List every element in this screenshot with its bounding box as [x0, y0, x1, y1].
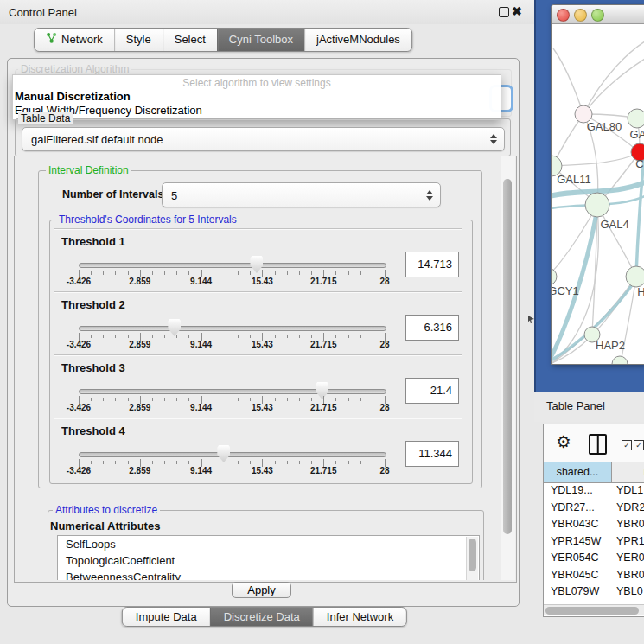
- slider-scale: -3.4262.8599.14415.4321.71528: [79, 466, 385, 477]
- slider-scale-label: 28: [379, 340, 389, 349]
- table-toolbar: ⚙ ✓ ✓: [544, 424, 644, 462]
- minimize-traffic-light-icon[interactable]: [574, 9, 587, 22]
- table-data-selected: galFiltered.sif default node: [31, 133, 163, 146]
- network-node[interactable]: [626, 266, 644, 287]
- table-row[interactable]: YBL079WYBL0: [544, 583, 644, 601]
- network-node[interactable]: [612, 356, 628, 364]
- slider-track[interactable]: [79, 326, 386, 331]
- threshold-slider[interactable]: -3.4262.8599.14415.4321.71528: [79, 258, 386, 290]
- checkbox-icon[interactable]: ✓: [634, 440, 644, 450]
- tab-network-label: Network: [61, 29, 103, 50]
- table-row[interactable]: YBR043CYBR0: [544, 516, 644, 533]
- table-row[interactable]: YBR045CYBR0: [544, 567, 644, 584]
- table-data-combobox[interactable]: galFiltered.sif default node: [22, 127, 505, 151]
- zoom-traffic-light-icon[interactable]: [591, 9, 604, 22]
- tab-discretize-data[interactable]: Discretize Data: [210, 608, 313, 626]
- tab-cyni-toolbox[interactable]: Cyni Toolbox: [217, 29, 304, 51]
- threshold-value-field[interactable]: 21.4: [405, 378, 459, 404]
- threshold-slider[interactable]: -3.4262.8599.14415.4321.71528: [79, 447, 386, 480]
- number-of-intervals-combobox[interactable]: 5: [162, 182, 441, 207]
- split-columns-icon[interactable]: [589, 434, 607, 455]
- table-cell[interactable]: YER0: [611, 550, 644, 567]
- table-row[interactable]: YER054CYER0: [544, 550, 644, 567]
- algorithm-dropdown-popup: Select algorithm to view settings Manual…: [12, 74, 501, 120]
- numerical-attributes-list[interactable]: SelfLoopsTopologicalCoefficientBetweenne…: [57, 535, 480, 580]
- tab-style[interactable]: Style: [114, 29, 163, 51]
- column-header-shared-name[interactable]: shared...: [544, 462, 612, 482]
- table-cell[interactable]: YBR045C: [544, 567, 611, 584]
- slider-track[interactable]: [79, 263, 386, 268]
- network-node[interactable]: [552, 268, 557, 285]
- tab-infer-network[interactable]: Infer Network: [313, 608, 406, 626]
- attribute-item[interactable]: BetweennessCentrality: [58, 569, 479, 580]
- threshold-panel: Threshold 1 -3.4262.8599.14415.4321.7152…: [54, 228, 462, 292]
- threshold-slider[interactable]: -3.4262.8599.14415.4321.71528: [79, 384, 386, 417]
- table-cell[interactable]: YDL19...: [544, 482, 611, 500]
- close-traffic-light-icon[interactable]: [557, 9, 570, 22]
- tab-infer-network-label: Infer Network: [327, 609, 393, 625]
- tab-impute-data[interactable]: Impute Data: [123, 608, 210, 626]
- attribute-item[interactable]: TopologicalCoefficient: [58, 552, 479, 569]
- network-canvas[interactable]: GAL80GACGAL11GAL4GCY1HHAP2: [552, 24, 644, 364]
- table-cell[interactable]: YDR27...: [544, 500, 611, 517]
- close-icon[interactable]: ✖: [512, 4, 522, 18]
- slider-scale-label: 15.43: [252, 340, 273, 349]
- threshold-value-field[interactable]: 6.316: [405, 315, 459, 341]
- threshold-value-field[interactable]: 14.713: [405, 252, 459, 277]
- network-node-label: GAL4: [600, 218, 628, 231]
- table-cell[interactable]: YER054C: [544, 550, 611, 567]
- tab-impute-data-label: Impute Data: [136, 609, 197, 625]
- network-window-titlebar[interactable]: [552, 5, 644, 24]
- slider-scale-label: 15.43: [252, 277, 273, 286]
- horizontal-scrollbar[interactable]: [544, 604, 644, 615]
- table-row[interactable]: YDL19...YDL1: [544, 482, 644, 500]
- checkbox-icon[interactable]: ✓: [622, 440, 632, 450]
- gear-icon[interactable]: ⚙: [556, 431, 571, 452]
- slider-track[interactable]: [79, 452, 386, 457]
- tab-jactivemnodules[interactable]: jActiveMNodules: [304, 29, 411, 51]
- control-panel-title: Control Panel: [9, 6, 77, 19]
- table-cell[interactable]: YPR145W: [544, 533, 611, 551]
- vertical-scrollbar-thumb[interactable]: [503, 179, 512, 534]
- table-cell[interactable]: YBL0: [611, 583, 644, 601]
- table-cell[interactable]: YDR2: [611, 500, 644, 517]
- slider-scale-label: 15.43: [252, 403, 273, 412]
- numerical-attributes-label: Numerical Attributes: [50, 520, 160, 532]
- slider-scale-label: 2.859: [129, 403, 150, 412]
- attributes-group-title: Attributes to discretize: [53, 504, 160, 516]
- algorithm-popup-hint[interactable]: Select algorithm to view settings: [13, 77, 501, 89]
- network-view-window[interactable]: GAL80GACGAL11GAL4GCY1HHAP2: [551, 4, 644, 365]
- tab-discretize-data-label: Discretize Data: [224, 609, 300, 625]
- float-window-icon[interactable]: [499, 7, 509, 17]
- algorithm-option-manual[interactable]: Manual Discretization: [15, 90, 131, 103]
- slider-scale-label: 15.43: [252, 466, 273, 475]
- slider-scale-label: -3.426: [67, 403, 91, 412]
- column-header-name[interactable]: n: [612, 462, 644, 482]
- attributes-list-scrollbar-thumb[interactable]: [469, 539, 476, 571]
- network-node[interactable]: [585, 193, 609, 217]
- node-table-panel: ⚙ ✓ ✓ shared... n YDL19...YDL1YDR27...YD…: [543, 424, 644, 617]
- tab-network[interactable]: Network: [35, 29, 114, 51]
- apply-button[interactable]: Apply: [232, 582, 291, 598]
- horizontal-scrollbar-thumb[interactable]: [545, 607, 639, 615]
- table-cell[interactable]: YBR0: [611, 567, 644, 584]
- attribute-item[interactable]: SelfLoops: [58, 536, 479, 552]
- slider-scale-label: 28: [379, 466, 389, 475]
- network-icon: [46, 29, 57, 50]
- threshold-value-field[interactable]: 11.344: [405, 441, 459, 467]
- table-cell[interactable]: YPR1: [611, 533, 644, 551]
- threshold-slider[interactable]: -3.4262.8599.14415.4321.71528: [79, 321, 386, 354]
- network-node[interactable]: [628, 109, 644, 128]
- table-row[interactable]: YPR145WYPR1: [544, 533, 644, 551]
- tab-select[interactable]: Select: [163, 29, 217, 51]
- table-cell[interactable]: YBR0: [611, 516, 644, 533]
- table-cell[interactable]: YBL079W: [544, 583, 611, 601]
- attributes-list-scrollbar[interactable]: [466, 537, 478, 580]
- slider-scale-label: -3.426: [67, 340, 91, 349]
- number-of-intervals-label: Number of Intervals: [62, 188, 163, 201]
- table-row[interactable]: YDR27...YDR2: [544, 500, 644, 517]
- table-cell[interactable]: YDL1: [611, 482, 644, 500]
- table-cell[interactable]: YBR043C: [544, 516, 611, 533]
- slider-track[interactable]: [79, 389, 386, 394]
- control-panel-titlebar: [0, 0, 534, 24]
